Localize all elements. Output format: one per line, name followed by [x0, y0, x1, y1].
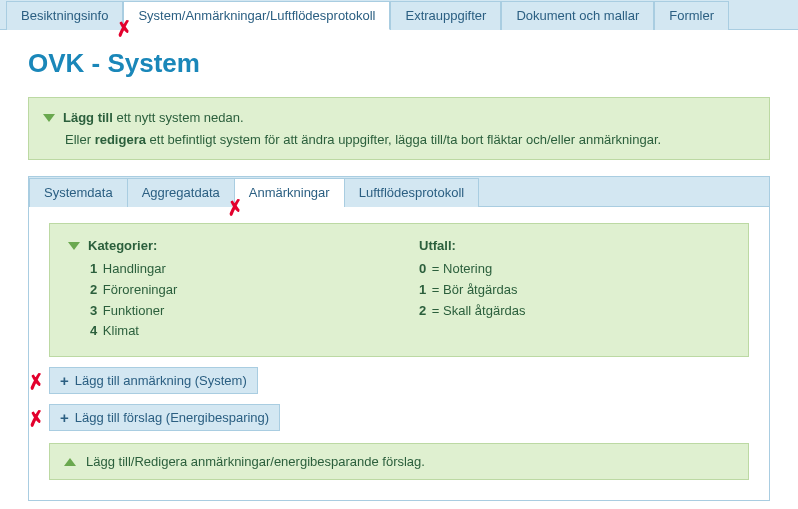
categories-box: Kategorier: 1 Handlingar 2 Föroreningar … [49, 223, 749, 357]
add-energy-label: Lägg till förslag (Energibesparing) [75, 410, 269, 425]
inner-panel: Systemdata Aggregatdata Anmärkningar ✗ L… [28, 176, 770, 501]
utfall-heading: Utfall: [419, 238, 456, 253]
tab-extrauppgifter[interactable]: Extrauppgifter [390, 1, 501, 30]
plus-icon: + [60, 410, 69, 425]
chevron-down-icon [68, 242, 80, 250]
page-title: OVK - System [28, 48, 770, 79]
categories-heading: Kategorier: [88, 238, 157, 253]
annotation-mark-icon: ✗ [26, 369, 47, 396]
inner-body: Kategorier: 1 Handlingar 2 Föroreningar … [29, 207, 769, 500]
tab-dokument-mallar[interactable]: Dokument och mallar [501, 1, 654, 30]
hint-text: Lägg till/Redigera anmärkningar/energibe… [86, 454, 425, 469]
add-energy-suggestion-button[interactable]: + Lägg till förslag (Energibesparing) ✗ [49, 404, 280, 431]
inner-tab-systemdata[interactable]: Systemdata [29, 178, 128, 207]
tab-label: System/Anmärkningar/Luftflödesprotokoll [138, 8, 375, 23]
inner-tab-luftflodesprotokoll[interactable]: Luftflödesprotokoll [344, 178, 480, 207]
inner-tab-label: Anmärkningar [249, 185, 330, 200]
plus-icon: + [60, 373, 69, 388]
top-tabs: Besiktningsinfo System/Anmärkningar/Luft… [0, 0, 798, 30]
chevron-down-icon [43, 114, 55, 122]
tab-formler[interactable]: Formler [654, 1, 729, 30]
utfall-list: 0 = Notering 1 = Bör åtgärdas 2 = Skall … [419, 259, 730, 321]
inner-tabs: Systemdata Aggregatdata Anmärkningar ✗ L… [29, 177, 769, 207]
hint-banner: Lägg till/Redigera anmärkningar/energibe… [49, 443, 749, 480]
info-banner-top: Lägg till ett nytt system nedan. Eller r… [28, 97, 770, 160]
annotation-mark-icon: ✗ [26, 406, 47, 433]
inner-tab-aggregatdata[interactable]: Aggregatdata [127, 178, 235, 207]
tab-system-anmarkningar[interactable]: System/Anmärkningar/Luftflödesprotokoll … [123, 1, 390, 30]
add-remark-button[interactable]: + Lägg till anmärkning (System) ✗ [49, 367, 258, 394]
tab-besiktningsinfo[interactable]: Besiktningsinfo [6, 1, 123, 30]
add-remark-label: Lägg till anmärkning (System) [75, 373, 247, 388]
categories-list: 1 Handlingar 2 Föroreningar 3 Funktioner… [68, 259, 379, 342]
chevron-up-icon [64, 458, 76, 466]
inner-tab-anmarkningar[interactable]: Anmärkningar ✗ [234, 178, 345, 207]
info-line1: Lägg till ett nytt system nedan. [63, 108, 244, 128]
page-body: OVK - System Lägg till ett nytt system n… [0, 30, 798, 509]
info-line2: Eller redigera ett befintligt system för… [65, 132, 661, 147]
